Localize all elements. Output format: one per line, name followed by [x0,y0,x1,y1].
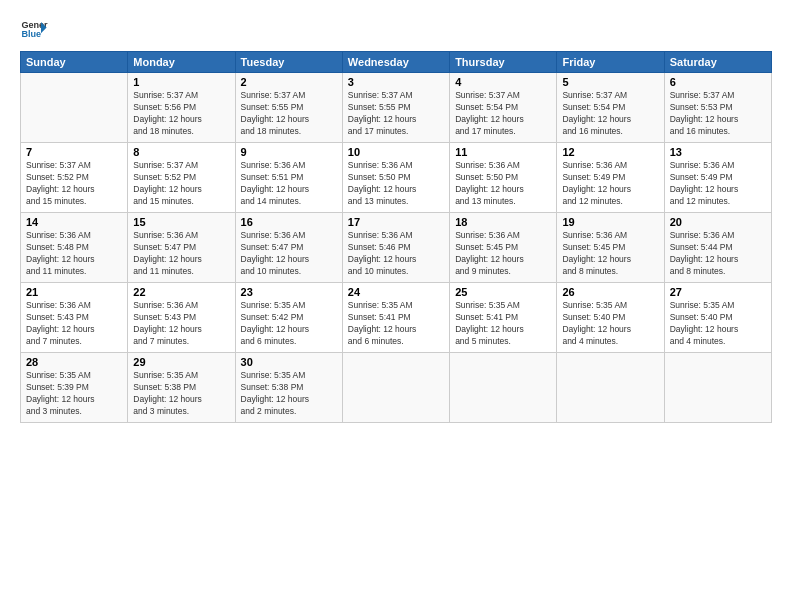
calendar-cell: 13Sunrise: 5:36 AM Sunset: 5:49 PM Dayli… [664,143,771,213]
day-info: Sunrise: 5:36 AM Sunset: 5:47 PM Dayligh… [241,230,337,278]
day-number: 15 [133,216,229,228]
calendar-cell: 9Sunrise: 5:36 AM Sunset: 5:51 PM Daylig… [235,143,342,213]
week-row-4: 21Sunrise: 5:36 AM Sunset: 5:43 PM Dayli… [21,283,772,353]
day-info: Sunrise: 5:37 AM Sunset: 5:54 PM Dayligh… [455,90,551,138]
calendar-cell: 25Sunrise: 5:35 AM Sunset: 5:41 PM Dayli… [450,283,557,353]
day-number: 2 [241,76,337,88]
calendar-cell: 16Sunrise: 5:36 AM Sunset: 5:47 PM Dayli… [235,213,342,283]
calendar-cell: 18Sunrise: 5:36 AM Sunset: 5:45 PM Dayli… [450,213,557,283]
day-info: Sunrise: 5:36 AM Sunset: 5:50 PM Dayligh… [348,160,444,208]
calendar-cell: 12Sunrise: 5:36 AM Sunset: 5:49 PM Dayli… [557,143,664,213]
calendar-cell: 26Sunrise: 5:35 AM Sunset: 5:40 PM Dayli… [557,283,664,353]
day-number: 23 [241,286,337,298]
day-number: 29 [133,356,229,368]
day-info: Sunrise: 5:36 AM Sunset: 5:49 PM Dayligh… [562,160,658,208]
day-info: Sunrise: 5:37 AM Sunset: 5:52 PM Dayligh… [26,160,122,208]
calendar-cell [21,73,128,143]
calendar-cell: 20Sunrise: 5:36 AM Sunset: 5:44 PM Dayli… [664,213,771,283]
calendar-cell: 1Sunrise: 5:37 AM Sunset: 5:56 PM Daylig… [128,73,235,143]
calendar-cell: 27Sunrise: 5:35 AM Sunset: 5:40 PM Dayli… [664,283,771,353]
calendar-cell: 6Sunrise: 5:37 AM Sunset: 5:53 PM Daylig… [664,73,771,143]
week-row-3: 14Sunrise: 5:36 AM Sunset: 5:48 PM Dayli… [21,213,772,283]
day-info: Sunrise: 5:37 AM Sunset: 5:54 PM Dayligh… [562,90,658,138]
day-info: Sunrise: 5:35 AM Sunset: 5:38 PM Dayligh… [133,370,229,418]
day-header-tuesday: Tuesday [235,52,342,73]
calendar-cell: 17Sunrise: 5:36 AM Sunset: 5:46 PM Dayli… [342,213,449,283]
day-number: 16 [241,216,337,228]
day-number: 7 [26,146,122,158]
day-info: Sunrise: 5:35 AM Sunset: 5:40 PM Dayligh… [670,300,766,348]
week-row-2: 7Sunrise: 5:37 AM Sunset: 5:52 PM Daylig… [21,143,772,213]
calendar-cell: 5Sunrise: 5:37 AM Sunset: 5:54 PM Daylig… [557,73,664,143]
day-info: Sunrise: 5:37 AM Sunset: 5:55 PM Dayligh… [241,90,337,138]
day-header-monday: Monday [128,52,235,73]
day-info: Sunrise: 5:36 AM Sunset: 5:47 PM Dayligh… [133,230,229,278]
day-info: Sunrise: 5:36 AM Sunset: 5:44 PM Dayligh… [670,230,766,278]
logo-icon: General Blue [20,15,48,43]
day-number: 24 [348,286,444,298]
day-header-friday: Friday [557,52,664,73]
day-number: 26 [562,286,658,298]
day-info: Sunrise: 5:37 AM Sunset: 5:53 PM Dayligh… [670,90,766,138]
day-number: 27 [670,286,766,298]
day-number: 21 [26,286,122,298]
logo: General Blue [20,15,48,43]
week-row-1: 1Sunrise: 5:37 AM Sunset: 5:56 PM Daylig… [21,73,772,143]
day-number: 19 [562,216,658,228]
day-info: Sunrise: 5:36 AM Sunset: 5:43 PM Dayligh… [26,300,122,348]
day-info: Sunrise: 5:35 AM Sunset: 5:41 PM Dayligh… [348,300,444,348]
day-number: 22 [133,286,229,298]
calendar-cell [664,353,771,423]
day-number: 14 [26,216,122,228]
calendar-cell: 19Sunrise: 5:36 AM Sunset: 5:45 PM Dayli… [557,213,664,283]
day-info: Sunrise: 5:36 AM Sunset: 5:45 PM Dayligh… [455,230,551,278]
calendar-cell: 29Sunrise: 5:35 AM Sunset: 5:38 PM Dayli… [128,353,235,423]
calendar-cell: 23Sunrise: 5:35 AM Sunset: 5:42 PM Dayli… [235,283,342,353]
day-header-saturday: Saturday [664,52,771,73]
calendar-cell: 22Sunrise: 5:36 AM Sunset: 5:43 PM Dayli… [128,283,235,353]
day-number: 10 [348,146,444,158]
day-info: Sunrise: 5:37 AM Sunset: 5:52 PM Dayligh… [133,160,229,208]
calendar-cell: 3Sunrise: 5:37 AM Sunset: 5:55 PM Daylig… [342,73,449,143]
day-number: 6 [670,76,766,88]
calendar-body: 1Sunrise: 5:37 AM Sunset: 5:56 PM Daylig… [21,73,772,423]
day-info: Sunrise: 5:35 AM Sunset: 5:40 PM Dayligh… [562,300,658,348]
day-info: Sunrise: 5:36 AM Sunset: 5:43 PM Dayligh… [133,300,229,348]
calendar-cell: 7Sunrise: 5:37 AM Sunset: 5:52 PM Daylig… [21,143,128,213]
day-number: 17 [348,216,444,228]
day-header-sunday: Sunday [21,52,128,73]
day-header-thursday: Thursday [450,52,557,73]
calendar-cell [342,353,449,423]
day-number: 4 [455,76,551,88]
header: General Blue [20,15,772,43]
day-number: 13 [670,146,766,158]
day-info: Sunrise: 5:35 AM Sunset: 5:38 PM Dayligh… [241,370,337,418]
day-number: 3 [348,76,444,88]
day-info: Sunrise: 5:35 AM Sunset: 5:41 PM Dayligh… [455,300,551,348]
day-info: Sunrise: 5:35 AM Sunset: 5:42 PM Dayligh… [241,300,337,348]
day-info: Sunrise: 5:36 AM Sunset: 5:51 PM Dayligh… [241,160,337,208]
calendar-cell [557,353,664,423]
page: General Blue SundayMondayTuesdayWednesda… [0,0,792,612]
day-number: 25 [455,286,551,298]
calendar-header-row: SundayMondayTuesdayWednesdayThursdayFrid… [21,52,772,73]
day-info: Sunrise: 5:37 AM Sunset: 5:55 PM Dayligh… [348,90,444,138]
day-info: Sunrise: 5:36 AM Sunset: 5:48 PM Dayligh… [26,230,122,278]
day-number: 11 [455,146,551,158]
day-number: 12 [562,146,658,158]
calendar-cell: 24Sunrise: 5:35 AM Sunset: 5:41 PM Dayli… [342,283,449,353]
calendar-cell [450,353,557,423]
day-number: 8 [133,146,229,158]
calendar-table: SundayMondayTuesdayWednesdayThursdayFrid… [20,51,772,423]
day-number: 20 [670,216,766,228]
calendar-cell: 2Sunrise: 5:37 AM Sunset: 5:55 PM Daylig… [235,73,342,143]
day-info: Sunrise: 5:37 AM Sunset: 5:56 PM Dayligh… [133,90,229,138]
day-header-wednesday: Wednesday [342,52,449,73]
calendar-cell: 10Sunrise: 5:36 AM Sunset: 5:50 PM Dayli… [342,143,449,213]
day-info: Sunrise: 5:36 AM Sunset: 5:50 PM Dayligh… [455,160,551,208]
day-number: 1 [133,76,229,88]
calendar-cell: 21Sunrise: 5:36 AM Sunset: 5:43 PM Dayli… [21,283,128,353]
calendar-cell: 15Sunrise: 5:36 AM Sunset: 5:47 PM Dayli… [128,213,235,283]
calendar-cell: 30Sunrise: 5:35 AM Sunset: 5:38 PM Dayli… [235,353,342,423]
day-number: 9 [241,146,337,158]
